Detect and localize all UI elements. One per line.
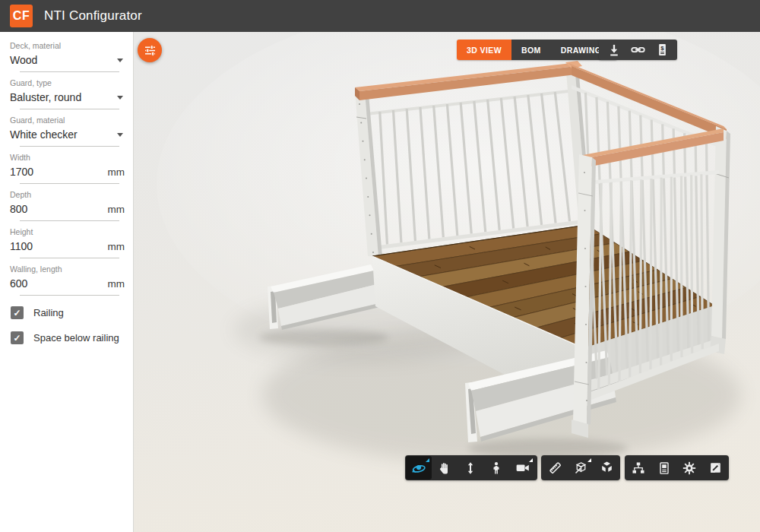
walk-tool-button[interactable] — [483, 456, 509, 480]
checkbox-label: Railing — [33, 307, 64, 318]
walk-icon — [489, 461, 504, 476]
checkbox-railing[interactable]: ✓ Railing — [11, 305, 133, 321]
view-tabs: 3D VIEW BOM DRAWINGS — [457, 40, 617, 60]
field-label: Deck, material — [10, 41, 126, 50]
unit-label: mm — [108, 241, 125, 252]
checkbox-space-below-railing[interactable]: ✓ Space below railing — [11, 330, 133, 346]
field-label: Walling, length — [10, 264, 126, 274]
dropdown-badge — [529, 458, 533, 462]
depth-input[interactable]: 800 — [10, 203, 108, 215]
field-label: Guard, material — [10, 116, 126, 125]
balcony-model[interactable] — [157, 32, 760, 465]
settings-icon — [682, 461, 697, 476]
field-label: Width — [10, 153, 126, 162]
input-width[interactable]: Width 1700 mm — [0, 153, 133, 184]
width-input[interactable]: 1700 — [10, 166, 108, 178]
orbit-tool-button[interactable] — [406, 456, 432, 480]
chevron-down-icon[interactable] — [117, 96, 123, 100]
properties-panel-icon — [657, 461, 672, 476]
pan-tool-button[interactable] — [432, 456, 458, 480]
camera-icon — [515, 460, 530, 476]
top-bar: CF NTI Configurator — [0, 0, 760, 32]
checkbox-label: Space below railing — [33, 332, 119, 344]
svg-text:$: $ — [660, 45, 664, 52]
view-bar: 3D VIEW BOM DRAWINGS — [134, 40, 760, 60]
share-actions: $ — [599, 40, 677, 60]
field-label: Height — [10, 227, 126, 236]
select-deck-material[interactable]: Deck, material Wood — [0, 41, 133, 72]
tab-3d-view[interactable]: 3D VIEW — [457, 40, 511, 60]
pan-icon — [437, 461, 452, 476]
unit-label: mm — [108, 166, 125, 178]
app-tool-group — [625, 455, 729, 480]
model-tree-button[interactable] — [625, 456, 651, 480]
select-guard-material[interactable]: Guard, material White checker — [0, 116, 133, 147]
measure-tool-button[interactable] — [542, 456, 568, 480]
copy-link-button[interactable] — [628, 40, 648, 60]
model-tree-icon — [631, 461, 646, 476]
checkbox-checked-icon[interactable]: ✓ — [11, 331, 24, 344]
chevron-down-icon[interactable] — [117, 59, 123, 62]
app-title: NTI Configurator — [44, 8, 142, 24]
request-quote-icon: $ — [655, 43, 670, 57]
app-logo: CF — [10, 5, 33, 27]
field-value: Wood — [10, 54, 117, 66]
dropdown-badge — [426, 458, 429, 462]
properties-panel-button[interactable] — [651, 456, 677, 480]
fullscreen-icon — [708, 461, 723, 475]
input-height[interactable]: Height 1100 mm — [0, 227, 133, 258]
tab-bom[interactable]: BOM — [511, 40, 551, 60]
nav-tool-group — [405, 455, 537, 480]
unit-label: mm — [108, 204, 125, 215]
explode-icon — [599, 460, 615, 476]
download-button[interactable] — [604, 40, 624, 60]
input-depth[interactable]: Depth 800 mm — [0, 190, 133, 221]
field-label: Guard, type — [10, 78, 126, 87]
measure-icon — [547, 460, 563, 476]
height-input[interactable]: 1100 — [10, 240, 108, 252]
field-label: Depth — [10, 190, 126, 199]
zoom-tool-button[interactable] — [458, 456, 483, 480]
section-box-icon — [573, 460, 589, 476]
orbit-icon — [410, 460, 427, 477]
request-quote-button[interactable]: $ — [652, 40, 672, 60]
analysis-tool-group — [541, 455, 620, 480]
explode-tool-button[interactable] — [594, 456, 619, 480]
fullscreen-button[interactable] — [702, 456, 728, 480]
download-icon — [606, 43, 622, 58]
walling-length-input[interactable]: 600 — [10, 277, 108, 290]
section-tool-button[interactable] — [568, 456, 594, 480]
select-guard-type[interactable]: Guard, type Baluster, round — [0, 78, 133, 109]
config-sidebar: Deck, material Wood Guard, type Baluster… — [0, 32, 134, 532]
settings-button[interactable] — [677, 456, 703, 480]
zoom-updown-icon — [463, 461, 478, 476]
input-walling-length[interactable]: Walling, length 600 mm — [0, 264, 133, 296]
checkbox-checked-icon[interactable]: ✓ — [11, 306, 24, 319]
field-value: Baluster, round — [10, 91, 117, 103]
unit-label: mm — [108, 278, 125, 290]
camera-tool-button[interactable] — [509, 456, 535, 480]
chevron-down-icon[interactable] — [117, 133, 123, 137]
copy-link-icon — [630, 42, 646, 58]
viewer-canvas: 3D VIEW BOM DRAWINGS — [134, 32, 760, 532]
field-value: White checker — [10, 128, 117, 141]
dropdown-badge — [587, 458, 591, 462]
